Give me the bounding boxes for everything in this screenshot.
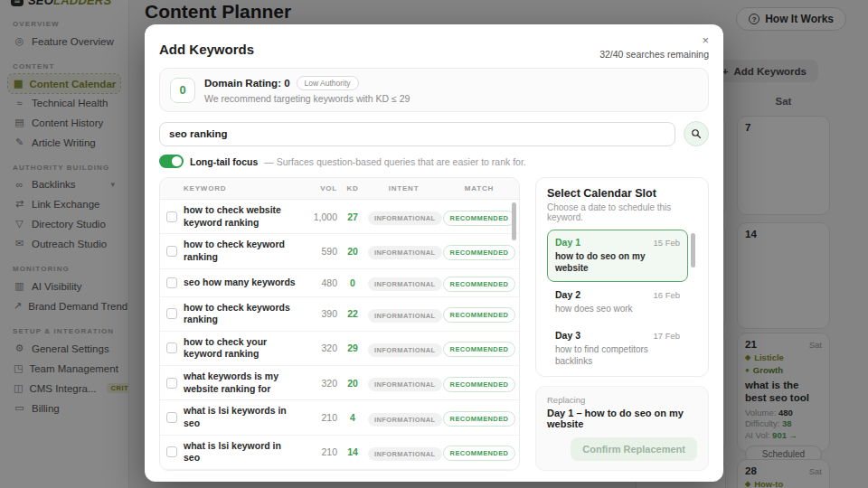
calendar-slot-item[interactable]: Day 115 Feb how to do seo on my website (547, 230, 688, 282)
keyword-results-table: KEYWORD VOL KD INTENT MATCH how to check… (159, 177, 520, 471)
keyword-cell: what is lsi keyword in seo (184, 440, 301, 465)
table-row: how to check website keyword ranking 1,0… (160, 200, 519, 234)
volume-cell: 320 (301, 343, 337, 353)
slot-date: 17 Feb (653, 331, 680, 341)
volume-cell: 1,000 (301, 211, 337, 222)
keyword-cell: how to check your keyword ranking (184, 336, 301, 361)
replacing-card: Replacing Day 1 – how to do seo on my we… (535, 386, 709, 471)
match-badge: RECOMMENDED (443, 245, 516, 260)
modal-title: Add Keywords (159, 42, 254, 60)
row-checkbox[interactable] (166, 343, 177, 353)
slot-keyword: how to find competitors backlinks (555, 343, 680, 367)
col-match: MATCH (439, 184, 519, 192)
slot-keyword: how does seo work (555, 303, 680, 314)
keyword-cell: how to check website keyword ranking (184, 204, 301, 229)
slot-day-label: Day 3 (555, 330, 580, 341)
volume-cell: 390 (301, 308, 337, 319)
intent-badge: INFORMATIONAL (368, 246, 442, 259)
keyword-cell: what keywords is my website ranking for (184, 371, 301, 395)
kd-cell: 27 (337, 211, 368, 222)
keyword-cell: seo how many keywords (184, 277, 301, 289)
kd-cell: 0 (337, 277, 368, 288)
kd-cell: 29 (337, 343, 368, 353)
table-row: how to check your keyword ranking 320 29… (160, 332, 519, 366)
table-row: seo how many keywords 480 0 INFORMATIONA… (160, 269, 519, 297)
slot-panel-subtitle: Choose a date to schedule this keyword. (547, 202, 697, 222)
low-authority-badge: Low Authority (297, 76, 359, 90)
slot-keyword: how to do seo on my website (555, 250, 680, 274)
volume-cell: 590 (301, 246, 337, 257)
slot-list-scrollbar[interactable] (691, 233, 695, 267)
calendar-slot-item[interactable]: Day 216 Feb how does seo work (547, 282, 688, 323)
calendar-slot-item[interactable]: Day 317 Feb how to find competitors back… (547, 323, 688, 367)
table-row: what keywords is my website ranking for … (160, 366, 519, 400)
row-checkbox[interactable] (166, 446, 177, 457)
col-keyword: KEYWORD (184, 184, 301, 192)
keyword-cell: what is lsi keywords in seo (184, 405, 301, 429)
toggle-description: — Surfaces question-based queries that a… (264, 156, 526, 167)
slot-day-label: Day 2 (555, 289, 580, 300)
intent-badge: INFORMATIONAL (368, 378, 442, 391)
slot-date: 15 Feb (653, 238, 680, 248)
slot-panel-title: Select Calendar Slot (547, 187, 697, 200)
slot-date: 16 Feb (653, 290, 680, 300)
table-row: how to measure seo 170 22 INFORMATIONAL … (160, 470, 519, 471)
col-intent: INTENT (368, 184, 439, 192)
add-keywords-modal: Add Keywords × 32/40 searches remaining … (145, 24, 723, 482)
intent-badge: INFORMATIONAL (368, 413, 442, 427)
kd-cell: 20 (337, 246, 368, 257)
kd-cell: 22 (337, 308, 368, 319)
close-icon[interactable]: × (702, 35, 709, 46)
confirm-replacement-button[interactable]: Confirm Replacement (571, 437, 697, 461)
domain-rating-icon: 0 (170, 78, 195, 103)
col-vol: VOL (301, 184, 337, 192)
searches-remaining: 32/40 searches remaining (599, 49, 709, 60)
match-badge: RECOMMENDED (443, 411, 516, 427)
select-calendar-slot-panel: Select Calendar Slot Choose a date to sc… (535, 177, 709, 377)
volume-cell: 210 (301, 446, 337, 457)
table-row: what is lsi keywords in seo 210 4 INFORM… (160, 400, 519, 435)
volume-cell: 210 (301, 412, 337, 423)
replacing-value: Day 1 – how to do seo on my website (547, 408, 697, 429)
row-checkbox[interactable] (166, 378, 177, 389)
search-button[interactable] (684, 121, 709, 146)
row-checkbox[interactable] (166, 277, 177, 288)
kd-cell: 20 (337, 378, 368, 389)
slot-day-label: Day 1 (555, 237, 580, 248)
domain-rating-label: Domain Rating: 0 (204, 78, 290, 89)
row-checkbox[interactable] (166, 211, 177, 222)
volume-cell: 480 (301, 277, 337, 288)
keyword-cell: how to check keyword ranking (184, 239, 301, 263)
table-row: how to check keyword ranking 590 20 INFO… (160, 234, 519, 268)
long-tail-toggle[interactable] (159, 155, 184, 168)
match-badge: RECOMMENDED (443, 211, 516, 226)
kd-cell: 4 (337, 412, 368, 423)
intent-badge: INFORMATIONAL (368, 277, 442, 291)
volume-cell: 320 (301, 378, 337, 389)
table-scrollbar[interactable] (512, 202, 516, 240)
intent-badge: INFORMATIONAL (368, 309, 442, 323)
intent-badge: INFORMATIONAL (368, 447, 442, 461)
slot-list: Day 115 Feb how to do seo on my website … (547, 230, 697, 367)
table-header-row: KEYWORD VOL KD INTENT MATCH (160, 178, 519, 200)
match-badge: RECOMMENDED (443, 307, 516, 323)
keyword-cell: how to check keywords ranking (184, 302, 301, 326)
replacing-label: Replacing (547, 395, 697, 405)
match-badge: RECOMMENDED (443, 377, 516, 392)
table-row: how to check keywords ranking 390 22 INF… (160, 297, 519, 332)
row-checkbox[interactable] (166, 246, 177, 257)
match-badge: RECOMMENDED (443, 446, 516, 461)
intent-badge: INFORMATIONAL (368, 211, 442, 225)
kd-cell: 14 (337, 446, 368, 457)
col-kd: KD (337, 184, 368, 192)
domain-rating-card: 0 Domain Rating: 0Low Authority We recom… (159, 68, 709, 112)
search-icon (691, 128, 702, 139)
domain-rating-note: We recommend targeting keywords with KD … (204, 93, 410, 104)
toggle-label: Long-tail focus (190, 156, 258, 167)
row-checkbox[interactable] (166, 308, 177, 319)
keyword-search-input[interactable] (159, 122, 675, 146)
row-checkbox[interactable] (166, 412, 177, 423)
match-badge: RECOMMENDED (443, 277, 516, 292)
match-badge: RECOMMENDED (443, 342, 516, 357)
intent-badge: INFORMATIONAL (368, 343, 442, 357)
